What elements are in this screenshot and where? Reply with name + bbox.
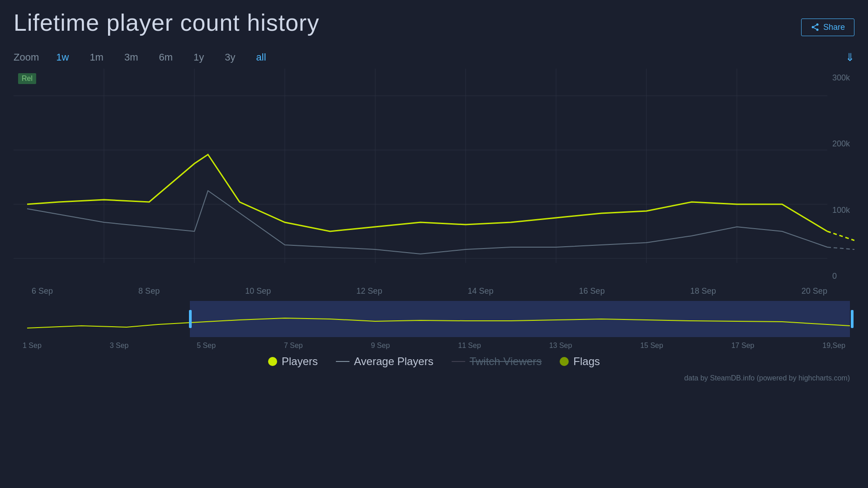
legend-avg-players[interactable]: Average Players <box>336 355 434 368</box>
nav-x-5sep: 5 Sep <box>197 342 216 350</box>
nav-right-handle[interactable] <box>851 310 854 328</box>
zoom-6m-button[interactable]: 6m <box>156 50 177 65</box>
avg-players-label: Average Players <box>354 355 434 368</box>
flags-dot <box>560 357 569 366</box>
nav-left-handle[interactable] <box>189 310 192 328</box>
legend-players[interactable]: Players <box>268 355 318 368</box>
main-chart: Rel 300k 200k 100k 0 <box>14 69 854 286</box>
players-label: Players <box>282 355 318 368</box>
x-label-18sep: 18 Sep <box>690 286 716 296</box>
y-axis-labels: 300k 200k 100k 0 <box>832 69 850 286</box>
nav-x-labels: 1 Sep 3 Sep 5 Sep 7 Sep 9 Sep 11 Sep 13 … <box>14 341 854 351</box>
zoom-1m-button[interactable]: 1m <box>86 50 107 65</box>
zoom-label: Zoom <box>14 52 39 63</box>
y-label-100k: 100k <box>832 206 850 215</box>
header-row: Lifetime player count history Share <box>14 9 854 45</box>
nav-x-3sep: 3 Sep <box>110 342 129 350</box>
share-label: Share <box>823 23 845 32</box>
x-label-8sep: 8 Sep <box>138 286 160 296</box>
legend-flags[interactable]: Flags <box>560 355 600 368</box>
players-line <box>27 155 827 231</box>
legend-twitch[interactable]: Twitch Viewers <box>452 355 542 368</box>
zoom-all-button[interactable]: all <box>253 50 270 65</box>
svg-line-4 <box>814 25 816 26</box>
y-label-300k: 300k <box>832 73 850 83</box>
y-label-0: 0 <box>832 272 850 281</box>
share-icon <box>811 23 820 32</box>
zoom-1w-button[interactable]: 1w <box>52 50 72 65</box>
nav-x-13sep: 13 Sep <box>549 342 572 350</box>
players-dot <box>268 357 277 366</box>
svg-point-1 <box>811 26 814 28</box>
page-title: Lifetime player count history <box>14 9 319 36</box>
x-label-10sep: 10 Sep <box>245 286 271 296</box>
x-axis-labels: 6 Sep 8 Sep 10 Sep 12 Sep 14 Sep 16 Sep … <box>14 286 854 299</box>
zoom-1y-button[interactable]: 1y <box>190 50 208 65</box>
flags-label: Flags <box>573 355 600 368</box>
x-label-16sep: 16 Sep <box>579 286 605 296</box>
navigator-chart: 1 Sep 3 Sep 5 Sep 7 Sep 9 Sep 11 Sep 13 … <box>14 301 854 346</box>
svg-line-3 <box>814 28 816 29</box>
x-label-12sep: 12 Sep <box>356 286 382 296</box>
attribution: data by SteamDB.info (powered by highcha… <box>14 372 854 384</box>
x-label-20sep: 20 Sep <box>802 286 827 296</box>
y-label-200k: 200k <box>832 139 850 149</box>
nav-x-17sep: 17 Sep <box>731 342 755 350</box>
twitch-label: Twitch Viewers <box>470 355 542 368</box>
share-button[interactable]: Share <box>801 19 854 36</box>
nav-x-15sep: 15 Sep <box>640 342 663 350</box>
x-label-6sep: 6 Sep <box>32 286 53 296</box>
nav-chart-svg <box>14 301 854 337</box>
download-button[interactable]: ⇓ <box>845 51 854 64</box>
nav-x-19sep: 19,Sep <box>822 342 845 350</box>
svg-point-0 <box>816 23 818 26</box>
nav-x-1sep: 1 Sep <box>23 342 42 350</box>
rel-badge: Rel <box>18 73 36 84</box>
svg-point-2 <box>816 28 818 31</box>
nav-x-7sep: 7 Sep <box>284 342 303 350</box>
zoom-3y-button[interactable]: 3y <box>221 50 239 65</box>
twitch-line-legend <box>452 361 465 362</box>
avg-players-line-legend <box>336 361 349 362</box>
main-chart-svg <box>14 69 854 286</box>
x-label-14sep: 14 Sep <box>467 286 493 296</box>
nav-x-11sep: 11 Sep <box>458 342 481 350</box>
zoom-controls: Zoom 1w 1m 3m 6m 1y 3y all <box>14 50 270 65</box>
zoom-3m-button[interactable]: 3m <box>121 50 142 65</box>
nav-x-9sep: 9 Sep <box>371 342 390 350</box>
svg-rect-17 <box>190 301 850 337</box>
page-wrapper: Lifetime player count history Share Zoom… <box>0 0 868 488</box>
